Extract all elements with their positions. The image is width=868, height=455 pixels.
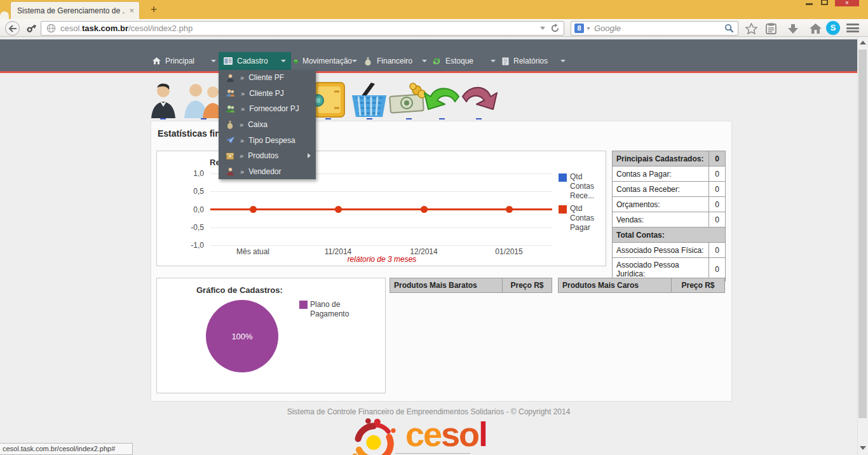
skype-icon[interactable]: S <box>826 21 840 35</box>
menu-button[interactable] <box>846 24 859 32</box>
home-icon <box>153 57 161 65</box>
browser-window: × Sistema de Gerenciamento de ... × + ce… <box>0 0 868 455</box>
search-engine-icon[interactable]: 8 <box>574 24 584 33</box>
scrollbar-up-icon[interactable] <box>860 41 866 44</box>
chevron-down-icon <box>560 60 566 62</box>
chevron-down-icon <box>281 60 286 62</box>
window-maximize-button[interactable] <box>821 0 828 5</box>
browser-tab[interactable]: Sistema de Gerenciamento de ... × <box>10 1 140 19</box>
nav-item-principal[interactable]: Principal <box>153 53 216 69</box>
legend-label: Plano de Pagamento <box>310 300 356 319</box>
undo-arrow-icon[interactable] <box>423 84 461 119</box>
cheapest-products-table: Produtos Mais Baratos Preço R$ <box>390 278 552 293</box>
reload-icon[interactable] <box>550 24 560 33</box>
url-bar[interactable]: cesol.task.com.br/cesol/index2.php <box>41 21 564 36</box>
businessman-icon[interactable] <box>146 81 180 121</box>
cesol-logo-icon <box>343 417 404 455</box>
window-close-button[interactable]: × <box>835 0 859 6</box>
url-text: cesol.task.com.br/cesol/index2.php <box>60 24 535 33</box>
search-placeholder: Google <box>594 24 724 33</box>
nav-accent-line <box>0 71 857 73</box>
redo-arrow-icon[interactable] <box>460 83 498 119</box>
people-icon <box>226 89 235 97</box>
menu-item-cliente-pj[interactable]: » Cliente PJ <box>219 86 316 102</box>
nav-label: Financeiro <box>377 57 412 65</box>
url-dropdown-icon[interactable] <box>540 27 545 30</box>
menu-item-fornecedor-pj[interactable]: » Fornecedor PJ <box>219 101 316 117</box>
seller-icon <box>226 167 234 175</box>
nav-item-relatorios[interactable]: Relatórios <box>502 53 566 69</box>
person-icon <box>226 74 234 82</box>
menu-item-vendedor[interactable]: » Vendedor <box>219 163 316 179</box>
globe-green-icon <box>294 57 298 65</box>
menu-item-produtos[interactable]: » Produtos <box>219 148 316 164</box>
menu-item-tipo-despesa[interactable]: » Tipo Despesa <box>219 132 316 148</box>
nav-item-cadastro[interactable]: Cadastro <box>219 52 291 70</box>
icon-underline <box>325 118 331 119</box>
pie-slice-value: 100% <box>231 332 252 341</box>
nav-item-financeiro[interactable]: Financeiro <box>363 53 427 69</box>
search-engine-dropdown-icon[interactable] <box>587 27 590 30</box>
submenu-arrow-icon <box>308 153 311 158</box>
chart-caption: relátorio de 3 meses <box>157 255 607 264</box>
data-point <box>250 206 257 213</box>
recycle-arrows-icon <box>432 57 441 65</box>
gridline <box>210 245 552 246</box>
cadastro-dropdown-menu: » Cliente PF » Cliente PJ » Fornecedor P… <box>219 70 316 179</box>
nav-item-movimentacao[interactable]: Movimentação <box>294 53 357 69</box>
y-tick: -0,5 <box>176 223 204 232</box>
legend-label: Qtd Contas Pagar <box>570 204 604 233</box>
search-icon[interactable] <box>724 24 734 33</box>
data-point <box>421 206 428 213</box>
scrollbar-thumb[interactable] <box>858 50 867 418</box>
section-title: Estatísticas fin <box>158 128 220 139</box>
y-tick: 1,0 <box>176 169 204 178</box>
key-icon[interactable] <box>26 23 37 36</box>
tab-title: Sistema de Gerenciamento de ... <box>17 6 125 15</box>
search-input[interactable]: 8 Google <box>571 21 738 36</box>
menu-item-cliente-pf[interactable]: » Cliente PF <box>219 70 316 86</box>
menu-item-caixa[interactable]: » Caixa <box>219 117 316 133</box>
table-row: Contas a Receber:0 <box>613 182 726 197</box>
home-button[interactable] <box>808 21 823 36</box>
data-point <box>506 206 513 213</box>
legend-swatch-pagar <box>559 205 567 214</box>
pie-slice-plano-de-pagamento: 100% <box>206 300 278 372</box>
menu-item-label: Cliente PF <box>248 73 284 82</box>
downloads-button[interactable] <box>785 21 801 36</box>
nav-item-estoque[interactable]: Estoque <box>432 53 496 69</box>
chevron-down-icon <box>491 60 496 62</box>
money-bag-icon <box>226 121 234 129</box>
nav-label: Principal <box>165 57 194 65</box>
report-icon <box>502 57 509 65</box>
table-header-row: Produtos Mais Caros Preço R$ <box>559 278 725 293</box>
y-tick: -1,0 <box>176 241 204 250</box>
supplier-icon <box>226 105 235 113</box>
icon-underline <box>160 118 166 119</box>
logo-underline <box>395 453 470 454</box>
tab-close-icon[interactable]: × <box>129 6 134 15</box>
nav-label: Estoque <box>445 57 473 65</box>
bookmarks-menu-button[interactable] <box>763 21 778 36</box>
scrollbar-down-icon[interactable] <box>860 446 866 450</box>
menu-item-label: Fornecedor PJ <box>249 104 299 113</box>
most-expensive-products-table: Produtos Mais Caros Preço R$ <box>558 278 725 293</box>
new-tab-button[interactable]: + <box>146 3 161 17</box>
y-tick: 0,5 <box>176 187 204 196</box>
nav-label: Cadastro <box>237 57 268 65</box>
bookmark-star-button[interactable] <box>743 21 759 36</box>
chevron-down-icon <box>352 60 357 62</box>
legend-label: Qtd Contas Rece... <box>570 172 604 201</box>
menu-item-label: Tipo Despesa <box>248 136 295 145</box>
data-point <box>335 206 342 213</box>
pie-chart-panel: Gráfico de Cadastros: 100% Plano de Paga… <box>156 278 386 393</box>
window-minimize-button[interactable] <box>806 3 813 5</box>
money-icon[interactable] <box>389 81 428 121</box>
card-icon <box>224 57 233 65</box>
back-button[interactable] <box>5 21 20 36</box>
menu-item-label: Cliente PJ <box>249 89 284 98</box>
globe-icon <box>46 24 56 33</box>
table-row: Total Contas: <box>613 228 726 243</box>
basket-icon[interactable] <box>349 81 389 121</box>
money-bag-icon <box>363 57 372 65</box>
